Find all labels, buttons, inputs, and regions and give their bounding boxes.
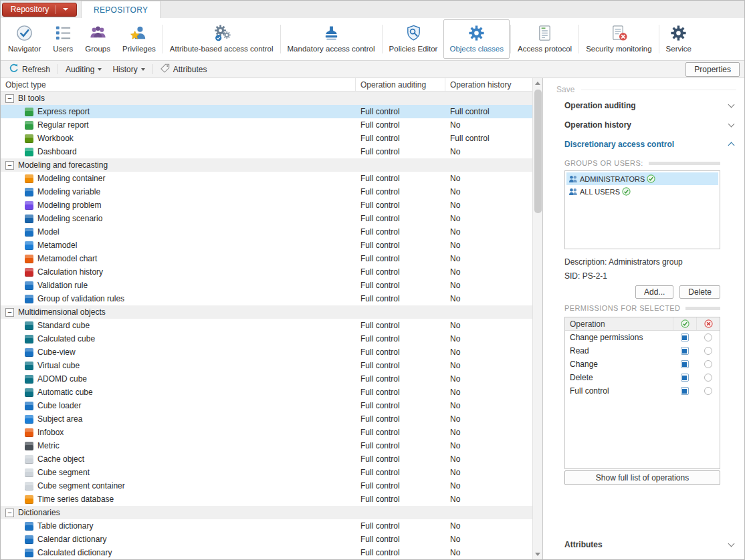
group-list-item[interactable]: ADMINISTRATORS xyxy=(566,172,718,185)
object-label: Infobox xyxy=(37,428,64,437)
column-header-object-type[interactable]: Object type xyxy=(1,78,355,91)
collapse-toggle-icon[interactable] xyxy=(5,308,14,317)
ribbon-item-label: Security monitoring xyxy=(586,45,651,53)
ribbon-item-navigator[interactable]: Navigator xyxy=(2,19,47,59)
auditing-dropdown[interactable]: Auditing xyxy=(60,63,107,76)
table-row[interactable]: Regular report Full control No xyxy=(1,118,532,132)
table-row[interactable]: Automatic cube Full control No xyxy=(1,386,532,399)
ribbon-item-attribute-based-access-control[interactable]: Attribute-based access control xyxy=(164,19,280,59)
repository-menu-button[interactable]: Repository xyxy=(2,3,77,17)
collapse-toggle-icon[interactable] xyxy=(5,509,14,517)
section-discretionary-access-control[interactable]: Discretionary access control xyxy=(551,134,736,154)
table-row[interactable]: Express report Full control Full control xyxy=(1,105,532,118)
section-operation-auditing[interactable]: Operation auditing xyxy=(551,96,736,115)
table-row[interactable]: Metric Full control No xyxy=(1,439,532,452)
delete-button[interactable]: Delete xyxy=(679,285,720,299)
table-row[interactable]: Modeling scenario Full control No xyxy=(1,212,532,225)
privileges-icon xyxy=(130,23,148,43)
allow-checkbox[interactable] xyxy=(681,360,689,368)
operation-auditing-cell: Full control xyxy=(355,548,445,557)
deny-checkbox[interactable] xyxy=(704,347,712,355)
table-row[interactable]: Infobox Full control No xyxy=(1,426,532,439)
table-scrollbar[interactable] xyxy=(532,78,542,559)
show-full-list-button[interactable]: Show full list of operations xyxy=(564,470,720,485)
ribbon-item-mandatory-access-control[interactable]: Mandatory access control xyxy=(282,19,381,59)
table-row[interactable]: Modeling container Full control No xyxy=(1,172,532,185)
history-dropdown[interactable]: History xyxy=(107,63,150,76)
scrollbar-thumb[interactable] xyxy=(534,90,542,213)
table-row[interactable]: Metamodel chart Full control No xyxy=(1,252,532,265)
table-row[interactable]: Group of validation rules Full control N… xyxy=(1,292,532,305)
ribbon-item-groups[interactable]: Groups xyxy=(79,19,116,59)
object-label: Virtual cube xyxy=(37,361,80,370)
ribbon-item-service[interactable]: Service xyxy=(660,19,698,59)
deny-checkbox[interactable] xyxy=(704,360,712,368)
deny-checkbox[interactable] xyxy=(704,333,712,341)
properties-button[interactable]: Properties xyxy=(685,62,740,77)
object-label: Automatic cube xyxy=(37,388,93,397)
table-row[interactable]: Calculated dictionary Full control No xyxy=(1,546,532,559)
object-type-cell: Group of validation rules xyxy=(1,294,355,303)
deny-checkbox[interactable] xyxy=(704,374,712,382)
save-button[interactable]: Save xyxy=(551,84,736,96)
ribbon-item-policies-editor[interactable]: Policies Editor xyxy=(383,19,444,59)
allow-checkbox[interactable] xyxy=(681,374,689,382)
column-header-operation-auditing[interactable]: Operation auditing xyxy=(355,78,445,91)
ribbon-item-access-protocol[interactable]: Access protocol xyxy=(512,19,578,59)
table-row[interactable]: Modeling problem Full control No xyxy=(1,198,532,212)
ribbon-item-users[interactable]: Users xyxy=(47,19,79,59)
ribbon-item-security-monitoring[interactable]: Security monitoring xyxy=(580,19,657,59)
table-row[interactable]: Standard cube Full control No xyxy=(1,319,532,332)
table-row[interactable]: ADOMD cube Full control No xyxy=(1,372,532,386)
table-row[interactable]: Multidimensional objects xyxy=(1,305,532,319)
table-row[interactable]: BI tools xyxy=(1,92,532,105)
table-row[interactable]: Calendar dictionary Full control No xyxy=(1,533,532,546)
allow-checkbox[interactable] xyxy=(681,333,689,341)
ribbon-item-objects-classes[interactable]: Objects classes xyxy=(443,19,510,59)
permissions-rows: Change permissions Read xyxy=(565,331,720,398)
table-row[interactable]: Table dictionary Full control No xyxy=(1,519,532,533)
tab-repository[interactable]: REPOSITORY xyxy=(81,1,161,18)
collapse-toggle-icon[interactable] xyxy=(5,94,14,103)
groups-users-list[interactable]: ADMINISTRATORS ALL USERS xyxy=(564,170,720,249)
table-row[interactable]: Virtual cube Full control No xyxy=(1,359,532,372)
table-row[interactable]: Cache object Full control No xyxy=(1,452,532,466)
group-list-item[interactable]: ALL USERS xyxy=(566,185,718,198)
table-row[interactable]: Calculated cube Full control No xyxy=(1,332,532,345)
table-row[interactable]: Model Full control No xyxy=(1,225,532,239)
table-row[interactable]: Time series database Full control No xyxy=(1,493,532,506)
table-row[interactable]: Workbook Full control Full control xyxy=(1,132,532,145)
table-row[interactable]: Validation rule Full control No xyxy=(1,279,532,292)
section-operation-history[interactable]: Operation history xyxy=(551,115,736,134)
object-type-cell: Modeling problem xyxy=(1,200,355,210)
table-row[interactable]: Cube loader Full control No xyxy=(1,399,532,412)
section-attributes[interactable]: Attributes xyxy=(551,535,736,554)
operation-history-cell: No xyxy=(445,481,532,491)
table-row[interactable]: Cube-view Full control No xyxy=(1,345,532,359)
deny-checkbox[interactable] xyxy=(704,387,712,395)
access-protocol-icon xyxy=(536,23,554,43)
allow-checkbox[interactable] xyxy=(681,387,689,395)
refresh-button[interactable]: Refresh xyxy=(4,61,56,77)
column-header-operation-history[interactable]: Operation history xyxy=(445,78,532,91)
object-icon xyxy=(25,228,33,237)
scroll-up-button[interactable] xyxy=(533,78,543,88)
ribbon-item-privileges[interactable]: Privileges xyxy=(116,19,162,59)
table-row[interactable]: Cube segment container Full control No xyxy=(1,479,532,493)
table-row[interactable]: Cube segment Full control No xyxy=(1,466,532,479)
collapse-toggle-icon[interactable] xyxy=(5,161,14,170)
add-button[interactable]: Add... xyxy=(635,285,673,299)
operation-auditing-cell: Full control xyxy=(355,441,445,450)
object-icon xyxy=(25,295,33,303)
attributes-button[interactable]: Attributes xyxy=(155,61,213,77)
table-row[interactable]: Dictionaries xyxy=(1,506,532,519)
scroll-down-button[interactable] xyxy=(533,549,543,559)
operation-auditing-cell: Full control xyxy=(355,428,445,437)
table-row[interactable]: Calculation history Full control No xyxy=(1,265,532,279)
allow-checkbox[interactable] xyxy=(681,347,689,355)
table-row[interactable]: Dashboard Full control No xyxy=(1,145,532,158)
table-row[interactable]: Metamodel Full control No xyxy=(1,239,532,252)
table-row[interactable]: Modeling and forecasting xyxy=(1,158,532,172)
table-row[interactable]: Subject area Full control No xyxy=(1,412,532,426)
table-row[interactable]: Modeling variable Full control No xyxy=(1,185,532,198)
